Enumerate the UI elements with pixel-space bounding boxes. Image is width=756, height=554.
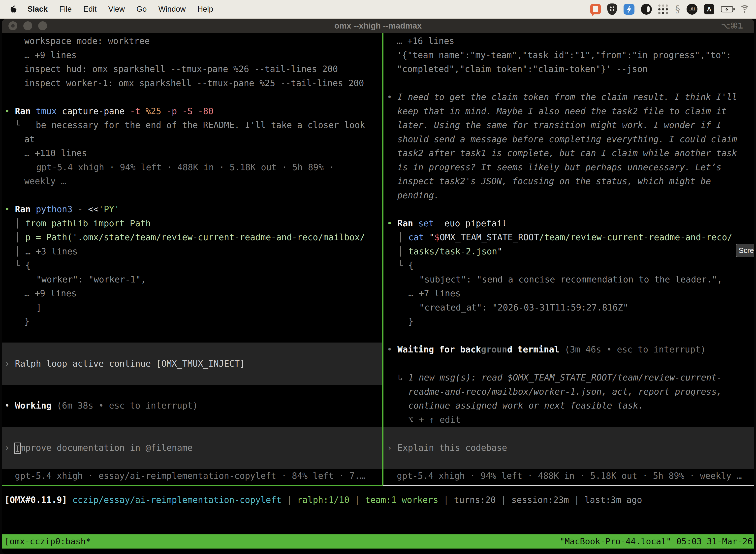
menu-item-file[interactable]: File: [59, 5, 72, 14]
terminal-text-segment: "completed","claim_token":"claim-token"}…: [397, 64, 648, 74]
terminal-text-segment: [OMX#0.11.9]: [4, 495, 72, 505]
terminal-text-segment: pending.: [397, 190, 439, 200]
terminal-text-segment: •: [4, 204, 15, 214]
spark-badge-icon[interactable]: [624, 4, 634, 15]
terminal-blank-line: [383, 202, 754, 216]
terminal-line: workspace_mode: worktree: [2, 34, 382, 48]
terminal-line: … +9 lines: [2, 286, 382, 300]
squiggle-icon[interactable]: §: [675, 4, 680, 14]
terminal-text-segment: │: [15, 232, 25, 242]
terminal-text-segment: Ran: [15, 204, 36, 214]
terminal-text-segment: }: [408, 317, 414, 326]
tmux-status-bar: [omx-cczip0:bash* "MacBook-Pro-44.local"…: [2, 535, 754, 549]
terminal-text-segment: ›: [4, 443, 15, 453]
terminal-line: is in progress? It seems likely but perh…: [383, 160, 754, 174]
terminal-line: │ p = Path('.omx/state/team/review-curre…: [2, 230, 382, 244]
terminal-line: "worker": "worker-1",: [2, 273, 382, 287]
terminal-text-segment: |: [569, 495, 585, 505]
terminal-line: • I need to get the claim token from the…: [383, 90, 754, 104]
terminal-line: │ tasks/task-2.json": [383, 244, 754, 259]
terminal-line: }: [383, 315, 754, 329]
battery-charging-icon[interactable]: [721, 6, 733, 12]
dots-grid-icon[interactable]: [658, 4, 669, 14]
terminal-line: │ … +3 lines: [2, 244, 382, 259]
terminal-text-segment: inspect_worker-1: omx sparkshell --tmux-…: [24, 78, 364, 88]
app-menu-slack[interactable]: Slack: [27, 5, 48, 14]
terminal-text-segment: "subject": "send a concise recommendatio…: [419, 275, 722, 284]
terminal-text-segment: 'PY': [99, 204, 119, 214]
menu-items: SlackFileEditViewGoWindowHelp: [27, 5, 213, 14]
terminal-line: inspect_worker-1: omx sparkshell --tmux-…: [2, 76, 382, 90]
terminal-line: • Waiting for background terminal (3m 46…: [383, 342, 754, 357]
terminal-line: readme-and-reco/mailbox/worker-1.json, a…: [383, 385, 754, 399]
terminal-line: pending.: [383, 188, 754, 203]
terminal-line: └ be necessary for the end of the README…: [2, 118, 382, 132]
omx-status-line: [OMX#0.11.9] cczip/essay/ai-reimplementa…: [4, 493, 642, 507]
terminal-text-segment: … +7 lines: [408, 288, 460, 298]
terminal-line: gpt-5.4 xhigh · 94% left · 488K in · 5.1…: [2, 160, 382, 174]
prompt-input[interactable]: › Improve documentation in @filename: [2, 427, 382, 469]
terminal-text-segment: I need to get the claim token from the c…: [397, 92, 737, 102]
terminal-line: task2 after task1 is complete, but can I…: [383, 146, 754, 160]
window-titlebar[interactable]: omx --xhigh --madmax ⌥⌘1: [2, 19, 754, 33]
screen-share-badge[interactable]: Scre: [736, 244, 754, 257]
terminal-text-segment: at: [24, 134, 35, 144]
tmux-pane-divider-vertical[interactable]: [382, 33, 383, 486]
letter-a-icon[interactable]: A: [704, 4, 714, 14]
terminal-text-segment: -p -S -80: [167, 106, 213, 116]
terminal-text-segment: weekly …: [24, 176, 66, 186]
terminal-text-segment: │: [15, 246, 25, 257]
terminal-text-segment: │: [15, 218, 25, 228]
menu-item-go[interactable]: Go: [136, 5, 146, 14]
terminal-line: … +7 lines: [383, 286, 754, 300]
apple-menu[interactable]: [10, 5, 17, 13]
terminal-text-segment: (3m 46s • esc to interrupt): [559, 344, 706, 354]
terminal-blank-line: [2, 188, 382, 203]
chat-bubble-icon[interactable]: [590, 4, 601, 14]
menu-item-edit[interactable]: Edit: [83, 5, 97, 14]
terminal-text-segment: is in progress? It seems likely but perh…: [397, 162, 721, 172]
terminal-text-segment: $: [435, 232, 440, 242]
prompt-input[interactable]: › Explain this codebase: [383, 427, 754, 469]
terminal-line: '{"team_name":"my-team","task_id":"1","f…: [383, 48, 754, 62]
wifi-icon[interactable]: [740, 5, 750, 13]
menu-item-view[interactable]: View: [108, 5, 125, 14]
terminal-line: ]: [2, 300, 382, 315]
menu-item-help[interactable]: Help: [197, 5, 213, 14]
terminal-line: └ {: [383, 258, 754, 273]
terminal-text-segment: -euo pipefail: [439, 218, 507, 228]
terminal-text-segment: {: [408, 260, 414, 270]
terminal-text-segment: workspace_mode: worktree: [24, 36, 150, 46]
terminal-text-segment: {: [25, 260, 30, 270]
terminal-pane-left[interactable]: workspace_mode: worktree… +9 linesinspec…: [2, 33, 382, 486]
terminal-line: "created_at": "2026-03-31T11:59:27.816Z": [383, 300, 754, 315]
terminal-text-segment: readme-and-reco/mailbox/worker-1.json, a…: [408, 387, 722, 397]
meter-61-icon[interactable]: ..61: [687, 4, 697, 15]
crescent-disc-icon[interactable]: [641, 4, 652, 15]
terminal-text-segment: tmux: [36, 106, 62, 116]
terminal-text-segment: groun: [481, 344, 507, 354]
terminal-line: gpt-5.4 xhigh · 94% left · 488K in · 5.1…: [383, 469, 754, 483]
terminal-text-segment: inspect task2's JSON, focusing on the st…: [397, 176, 711, 186]
terminal-line: • Ran python3 - <<'PY': [2, 202, 382, 216]
terminal-text-segment: Working: [15, 401, 52, 410]
terminal-pane-right[interactable]: … +16 lines'{"team_name":"my-team","task…: [383, 33, 754, 486]
menu-item-window[interactable]: Window: [158, 5, 186, 14]
terminal-text-segment: turns:20: [454, 495, 496, 505]
terminal-line: inspect task2's JSON, focusing on the st…: [383, 174, 754, 188]
terminal-line: │ cat "$OMX_TEAM_STATE_ROOT/team/review-…: [383, 230, 754, 244]
terminal-blank-line: [383, 329, 754, 343]
terminal-text-segment: d terminal: [507, 344, 560, 354]
shield-grid-icon[interactable]: [607, 3, 617, 15]
terminal-line: weekly …: [2, 174, 382, 188]
terminal-line: … +16 lines: [383, 34, 754, 48]
terminal-text-segment: cat: [408, 232, 429, 242]
terminal-text-segment: p = Path('.omx/state/team/review-current…: [25, 232, 365, 242]
terminal-text-segment: session:23m: [511, 495, 569, 505]
terminal-line: continue assigned work or next feasible …: [383, 399, 754, 413]
terminal-text-segment: └: [398, 260, 408, 270]
terminal-text-segment: •: [387, 344, 397, 354]
apple-logo-icon: [10, 5, 17, 13]
terminal-text-segment: ⌥ + ↑ edit: [408, 415, 460, 425]
terminal-line: at: [2, 132, 382, 147]
